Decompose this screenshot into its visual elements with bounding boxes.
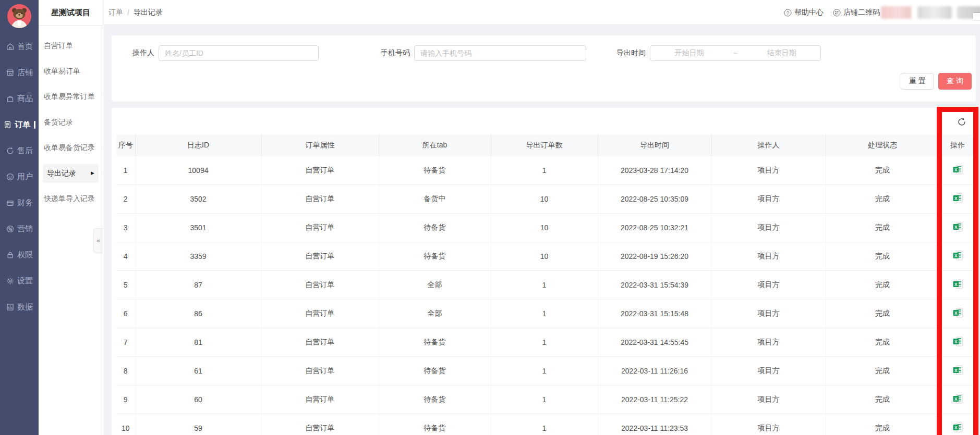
- excel-icon[interactable]: X: [953, 337, 963, 346]
- cell-order_attr: 自营订单: [261, 242, 379, 271]
- column-header: 所在tab: [379, 134, 491, 156]
- column-header: 日志ID: [135, 134, 261, 156]
- secondary-nav: 自营订单 收单易订单 收单易异常订单 备货记录 收单易备货记录 导出记录▶ 快递…: [39, 26, 103, 212]
- filter-card: 操作人 手机号码 导出时间 开始日期 ~ 结束日期 重 置 查 询: [112, 35, 976, 102]
- cell-export_count: 10: [491, 214, 598, 242]
- sidebar-item-label: 营销: [17, 224, 33, 234]
- cell-action: X: [939, 242, 976, 271]
- filter-buttons: 重 置 查 询: [901, 73, 972, 90]
- breadcrumb-parent[interactable]: 订单: [108, 8, 123, 17]
- cell-export_time: 2022-08-25 10:35:09: [598, 185, 711, 214]
- column-header: 导出订单数: [491, 134, 598, 156]
- sidebar-item-label: 店铺: [17, 68, 33, 78]
- excel-icon[interactable]: X: [953, 165, 963, 175]
- cell-log_id: 10094: [135, 156, 261, 185]
- sidebar-item-marketing[interactable]: 营销: [0, 216, 39, 242]
- breadcrumb-separator: /: [127, 8, 129, 17]
- submenu-item-abnormal-orders[interactable]: 收单易异常订单: [39, 84, 103, 109]
- excel-icon[interactable]: X: [953, 279, 963, 289]
- submenu-item-shoudanyi-orders[interactable]: 收单易订单: [39, 58, 103, 84]
- collapse-sidebar-handle[interactable]: «: [93, 228, 103, 253]
- sidebar-item-permission[interactable]: 权限: [0, 242, 39, 268]
- cell-tab: 待备货: [379, 414, 491, 435]
- excel-icon[interactable]: X: [953, 193, 963, 203]
- cell-tab: 待备货: [379, 214, 491, 242]
- cell-export_count: 1: [491, 328, 598, 357]
- sidebar-item-home[interactable]: 首页: [0, 33, 39, 59]
- start-date-placeholder[interactable]: 开始日期: [650, 48, 728, 58]
- sidebar-item-label: 订单: [15, 120, 30, 130]
- sidebar-item-users[interactable]: 用户: [0, 164, 39, 190]
- cell-operator: 项目方: [711, 386, 826, 414]
- svg-text:X: X: [954, 396, 958, 402]
- excel-icon[interactable]: X: [953, 308, 963, 318]
- excel-icon[interactable]: X: [953, 365, 963, 375]
- cell-tab: 待备货: [379, 357, 491, 386]
- excel-icon[interactable]: X: [953, 222, 963, 232]
- primary-nav: 首页 店铺 商品 订单 售后 用户 财务 营销 权限 设置 数据: [0, 33, 39, 320]
- cell-status: 完成: [826, 414, 939, 435]
- cell-log_id: 86: [135, 300, 261, 328]
- cell-operator: 项目方: [711, 271, 826, 300]
- table-header-row: 序号日志ID订单属性所在tab导出订单数导出时间操作人处理状态操作: [116, 134, 976, 156]
- sidebar-item-orders[interactable]: 订单: [0, 111, 39, 138]
- cell-status: 完成: [826, 214, 939, 242]
- end-date-placeholder[interactable]: 结束日期: [743, 48, 820, 58]
- submenu-item-express-import-records[interactable]: 快递单导入记录: [39, 186, 103, 212]
- breadcrumb-current: 导出记录: [134, 8, 163, 17]
- shop-icon: [6, 68, 15, 77]
- sidebar-item-shop[interactable]: 店铺: [0, 59, 39, 85]
- sidebar-item-aftersale[interactable]: 售后: [0, 138, 39, 164]
- app-logo[interactable]: [7, 4, 31, 28]
- column-header: 操作: [939, 134, 976, 156]
- submenu-item-export-records[interactable]: 导出记录▶: [43, 164, 99, 183]
- cell-log_id: 3359: [135, 242, 261, 271]
- cell-tab: 备货中: [379, 185, 491, 214]
- sidebar-item-finance[interactable]: 财务: [0, 190, 39, 216]
- cell-status: 完成: [826, 156, 939, 185]
- cell-status: 完成: [826, 386, 939, 414]
- submenu-item-shoudanyi-stock-records[interactable]: 收单易备货记录: [39, 135, 103, 160]
- sidebar-item-label: 数据: [17, 302, 33, 312]
- sidebar-item-label: 用户: [17, 172, 33, 182]
- cell-order_attr: 自营订单: [261, 185, 379, 214]
- excel-icon[interactable]: X: [953, 251, 963, 260]
- qrcode-icon: [833, 9, 841, 17]
- cell-action: X: [939, 414, 976, 435]
- excel-icon[interactable]: X: [953, 422, 963, 432]
- cell-status: 完成: [826, 271, 939, 300]
- operator-input[interactable]: [159, 45, 319, 61]
- cell-export_count: 1: [491, 357, 598, 386]
- svg-text:?: ?: [787, 10, 789, 15]
- reset-button[interactable]: 重 置: [901, 73, 934, 90]
- cell-log_id: 81: [135, 328, 261, 357]
- date-range-picker[interactable]: 开始日期 ~ 结束日期: [650, 45, 821, 61]
- bar-chart-icon: [6, 303, 15, 312]
- refresh-icon[interactable]: [957, 117, 966, 127]
- table-row: 587自营订单全部12022-03-31 15:54:39项目方完成X: [116, 271, 976, 300]
- cell-export_time: 2022-03-11 11:25:22: [598, 386, 711, 414]
- help-center-link[interactable]: ? 帮助中心: [784, 8, 824, 17]
- cell-log_id: 60: [135, 386, 261, 414]
- submenu-item-stock-records[interactable]: 备货记录: [39, 109, 103, 135]
- phone-input[interactable]: [414, 45, 586, 61]
- svg-text:X: X: [954, 425, 958, 430]
- submenu-item-self-orders[interactable]: 自营订单: [39, 33, 103, 58]
- cell-export_time: 2022-08-25 10:32:21: [598, 214, 711, 242]
- sidebar-item-goods[interactable]: 商品: [0, 85, 39, 111]
- sidebar-item-settings[interactable]: 设置: [0, 268, 39, 294]
- cell-status: 完成: [826, 242, 939, 271]
- cell-action: X: [939, 185, 976, 214]
- sidebar-item-label: 售后: [17, 146, 33, 156]
- column-header: 订单属性: [261, 134, 379, 156]
- table-row: 686自营订单全部12022-03-31 15:15:48项目方完成X: [116, 300, 976, 328]
- cell-log_id: 59: [135, 414, 261, 435]
- sidebar-item-label: 权限: [17, 250, 33, 260]
- cell-export_time: 2022-08-19 15:26:20: [598, 242, 711, 271]
- excel-icon[interactable]: X: [953, 394, 963, 404]
- shop-qrcode-link[interactable]: 店铺二维码: [833, 8, 880, 17]
- cell-tab: 待备货: [379, 242, 491, 271]
- query-button[interactable]: 查 询: [938, 73, 972, 90]
- cell-tab: 待备货: [379, 328, 491, 357]
- sidebar-item-data[interactable]: 数据: [0, 294, 39, 320]
